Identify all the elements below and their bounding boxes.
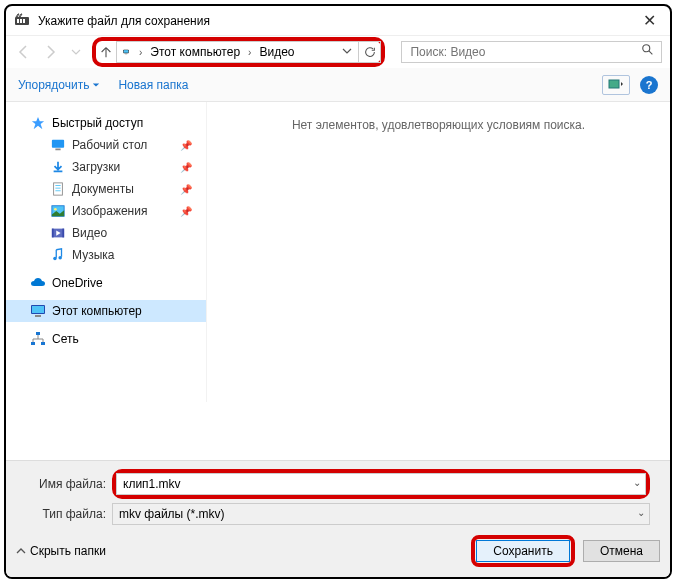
search-input[interactable] xyxy=(408,44,641,60)
chevron-icon[interactable]: › xyxy=(135,47,146,58)
toolbar: Упорядочить Новая папка ? xyxy=(6,68,670,102)
pin-icon: 📌 xyxy=(180,206,192,217)
title-bar: Укажите файл для сохранения ✕ xyxy=(6,6,670,36)
svg-rect-5 xyxy=(124,50,129,53)
star-icon xyxy=(30,115,46,131)
view-options-button[interactable] xyxy=(602,75,630,95)
network-icon xyxy=(30,331,46,347)
svg-point-18 xyxy=(58,256,62,260)
pin-icon: 📌 xyxy=(180,140,192,151)
nav-music[interactable]: Музыка xyxy=(6,244,206,266)
nav-network[interactable]: Сеть xyxy=(6,328,206,350)
svg-rect-10 xyxy=(55,149,60,151)
chevron-up-icon xyxy=(16,546,26,556)
chevron-down-icon[interactable] xyxy=(338,46,356,58)
dialog-body: Быстрый доступ Рабочий стол📌 Загрузки📌 Д… xyxy=(6,102,670,402)
nav-desktop[interactable]: Рабочий стол📌 xyxy=(6,134,206,156)
bottom-panel: Имя файла: клип1.mkv ⌄ Тип файла: mkv фа… xyxy=(6,460,670,577)
search-box[interactable] xyxy=(401,41,662,63)
downloads-icon xyxy=(50,159,66,175)
svg-point-17 xyxy=(53,257,57,261)
address-bar-highlight: › Этот компьютер › Видео xyxy=(92,37,385,67)
svg-rect-6 xyxy=(125,54,127,55)
filetype-select[interactable]: mkv файлы (*.mkv) ⌄ xyxy=(112,503,650,525)
new-folder-button[interactable]: Новая папка xyxy=(118,78,188,92)
nav-onedrive[interactable]: OneDrive xyxy=(6,272,206,294)
file-list-area[interactable]: Нет элементов, удовлетворяющих условиям … xyxy=(206,102,670,402)
organize-menu[interactable]: Упорядочить xyxy=(18,78,100,92)
svg-rect-2 xyxy=(20,19,22,23)
nav-quick-access[interactable]: Быстрый доступ xyxy=(6,112,206,134)
thispc-icon xyxy=(119,42,135,62)
recent-dropdown[interactable] xyxy=(66,42,86,62)
nav-pictures[interactable]: Изображения📌 xyxy=(6,200,206,222)
nav-tree[interactable]: Быстрый доступ Рабочий стол📌 Загрузки📌 Д… xyxy=(6,102,206,402)
pin-icon: 📌 xyxy=(180,162,192,173)
breadcrumb-segment[interactable]: Этот компьютер xyxy=(146,42,244,62)
svg-rect-9 xyxy=(52,140,64,148)
cancel-button[interactable]: Отмена xyxy=(583,540,660,562)
svg-rect-21 xyxy=(35,315,41,317)
chevron-down-icon[interactable]: ⌄ xyxy=(637,507,645,518)
onedrive-icon xyxy=(30,275,46,291)
refresh-button[interactable] xyxy=(359,41,381,63)
filename-highlight: клип1.mkv ⌄ xyxy=(112,469,650,499)
address-bar[interactable]: › Этот компьютер › Видео xyxy=(116,41,359,63)
save-button[interactable]: Сохранить xyxy=(476,540,570,562)
nav-downloads[interactable]: Загрузки📌 xyxy=(6,156,206,178)
svg-rect-11 xyxy=(54,183,63,195)
svg-rect-15 xyxy=(52,229,54,238)
svg-rect-24 xyxy=(41,342,45,345)
app-icon xyxy=(14,13,30,29)
svg-point-13 xyxy=(54,208,57,211)
nav-documents[interactable]: Документы📌 xyxy=(6,178,206,200)
desktop-icon xyxy=(50,137,66,153)
filename-label: Имя файла: xyxy=(16,477,106,491)
hide-folders-toggle[interactable]: Скрыть папки xyxy=(16,544,106,558)
empty-message: Нет элементов, удовлетворяющих условиям … xyxy=(292,118,585,132)
svg-rect-22 xyxy=(36,332,40,335)
nav-row: › Этот компьютер › Видео xyxy=(6,36,670,68)
videos-icon xyxy=(50,225,66,241)
pin-icon: 📌 xyxy=(180,184,192,195)
svg-rect-8 xyxy=(609,80,619,88)
up-button[interactable] xyxy=(96,42,116,62)
chevron-down-icon[interactable]: ⌄ xyxy=(633,477,641,488)
svg-point-7 xyxy=(643,45,650,52)
back-button[interactable] xyxy=(14,42,34,62)
nav-thispc[interactable]: Этот компьютер xyxy=(6,300,206,322)
close-button[interactable]: ✕ xyxy=(637,11,662,30)
chevron-icon[interactable]: › xyxy=(244,47,255,58)
save-button-highlight: Сохранить xyxy=(471,535,575,567)
save-dialog: Укажите файл для сохранения ✕ › Этот ком… xyxy=(4,4,672,579)
breadcrumb-segment[interactable]: Видео xyxy=(255,42,298,62)
help-button[interactable]: ? xyxy=(640,76,658,94)
svg-rect-23 xyxy=(31,342,35,345)
documents-icon xyxy=(50,181,66,197)
forward-button[interactable] xyxy=(40,42,60,62)
window-title: Укажите файл для сохранения xyxy=(38,14,637,28)
svg-rect-16 xyxy=(62,229,64,238)
filename-input[interactable]: клип1.mkv ⌄ xyxy=(116,473,646,495)
nav-videos[interactable]: Видео xyxy=(6,222,206,244)
music-icon xyxy=(50,247,66,263)
pictures-icon xyxy=(50,203,66,219)
svg-rect-3 xyxy=(23,19,25,23)
filetype-label: Тип файла: xyxy=(16,507,106,521)
svg-rect-1 xyxy=(17,19,19,23)
search-icon[interactable] xyxy=(641,43,655,61)
svg-rect-20 xyxy=(32,306,44,313)
thispc-icon xyxy=(30,303,46,319)
